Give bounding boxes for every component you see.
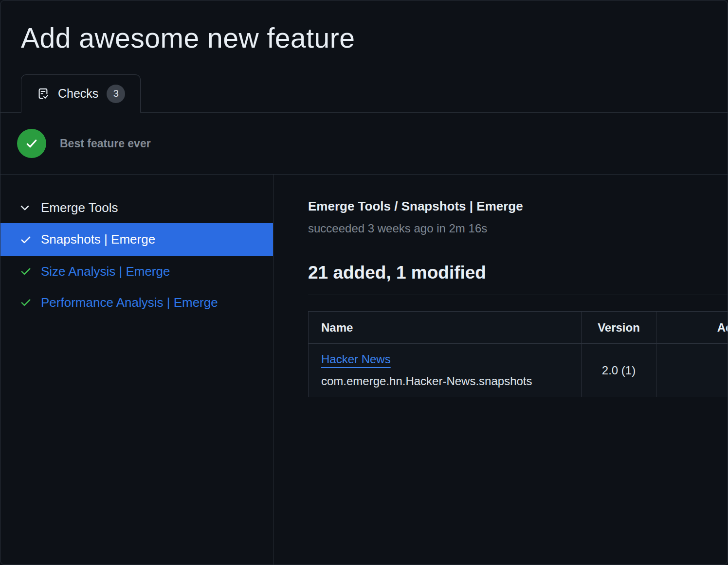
tab-checks-count-badge: 3 (107, 85, 125, 103)
sidebar-group-label: Emerge Tools (41, 200, 118, 215)
sidebar-item-size-analysis[interactable]: Size Analysis | Emerge (0, 256, 273, 287)
success-check-icon (17, 129, 46, 158)
header: Add awesome new feature (0, 0, 728, 54)
sidebar-item-label: Snapshots | Emerge (41, 232, 155, 247)
tab-bar: Checks 3 (0, 74, 728, 113)
checklist-icon (36, 87, 50, 100)
column-header-version: Version (582, 312, 656, 344)
check-run-panel: Emerge Tools / Snapshots | Emerge succee… (273, 175, 728, 565)
run-summary: 21 added, 1 modified (308, 263, 728, 283)
added-cell: 21 (656, 344, 728, 397)
sidebar-item-snapshots[interactable]: Snapshots | Emerge (0, 223, 273, 256)
sidebar-item-label: Size Analysis | Emerge (41, 264, 170, 279)
page-title: Add awesome new feature (21, 22, 707, 54)
snapshots-table: Name Version Added Hacker News com.emerg… (308, 311, 728, 397)
tab-checks-label: Checks (58, 87, 98, 101)
app-name-cell: Hacker News com.emerge.hn.Hacker-News.sn… (309, 344, 582, 397)
app-name-link[interactable]: Hacker News (321, 353, 391, 366)
check-icon (19, 233, 33, 247)
checks-sidebar: Emerge Tools Snapshots | Emerge Size Ana… (0, 175, 273, 565)
pull-request-checks-panel: Add awesome new feature Checks 3 Best fe… (0, 0, 728, 565)
version-cell: 2.0 (1) (582, 344, 656, 397)
bundle-id: com.emerge.hn.Hacker-News.snapshots (321, 374, 576, 388)
sidebar-item-performance-analysis[interactable]: Performance Analysis | Emerge (0, 287, 273, 318)
run-status: succeeded 3 weeks ago in 2m 16s (308, 222, 728, 235)
run-breadcrumb: Emerge Tools / Snapshots | Emerge (308, 199, 728, 214)
tab-checks[interactable]: Checks 3 (21, 74, 141, 113)
divider (308, 295, 728, 295)
sidebar-group-emerge-tools[interactable]: Emerge Tools (0, 192, 273, 223)
sidebar-item-label: Performance Analysis | Emerge (41, 295, 218, 310)
chevron-down-icon (18, 201, 32, 214)
table-row: Hacker News com.emerge.hn.Hacker-News.sn… (309, 344, 728, 397)
column-header-added: Added (656, 312, 728, 344)
table-header-row: Name Version Added (309, 312, 728, 344)
check-icon (19, 265, 33, 278)
check-banner: Best feature ever (0, 113, 728, 175)
column-header-name: Name (309, 312, 582, 344)
check-banner-text: Best feature ever (60, 137, 151, 150)
body: Emerge Tools Snapshots | Emerge Size Ana… (0, 175, 728, 565)
check-icon (19, 296, 33, 309)
